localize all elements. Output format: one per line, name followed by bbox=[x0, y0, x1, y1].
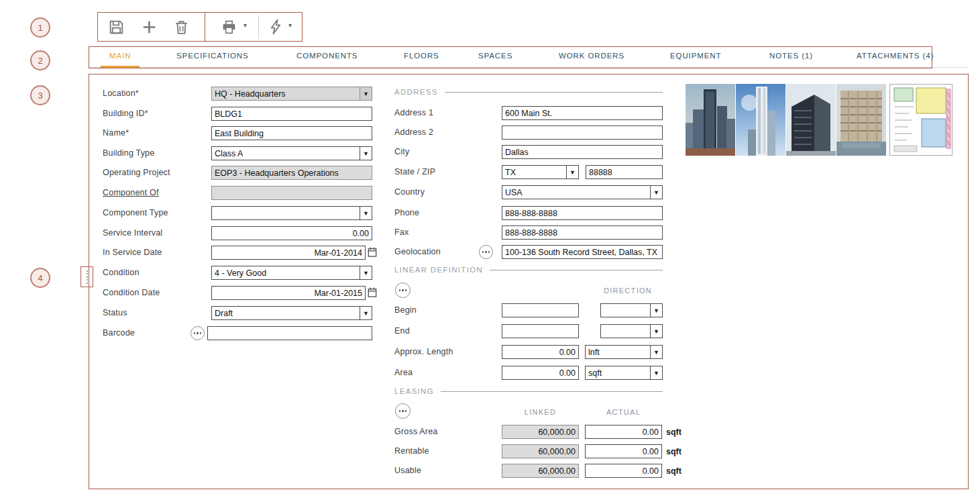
chevron-down-icon: ▼ bbox=[360, 307, 372, 319]
save-icon bbox=[108, 19, 125, 36]
gross-area-label: Gross Area bbox=[394, 427, 438, 436]
print-menu-button[interactable]: ▾ bbox=[243, 22, 247, 29]
component-of-label[interactable]: Component Of bbox=[103, 188, 159, 197]
fax-label: Fax bbox=[394, 228, 409, 237]
zip-input[interactable] bbox=[586, 165, 663, 179]
tab-floors[interactable]: FLOORS bbox=[404, 52, 439, 60]
address1-input[interactable] bbox=[502, 106, 663, 120]
tab-main[interactable]: MAIN bbox=[109, 52, 131, 60]
fax-input[interactable] bbox=[502, 225, 663, 240]
usable-actual-input[interactable] bbox=[585, 464, 662, 478]
barcode-label: Barcode bbox=[103, 328, 135, 338]
service-interval-input[interactable] bbox=[211, 226, 372, 240]
tab-components[interactable]: COMPONENTS bbox=[296, 52, 358, 60]
end-direction-value bbox=[601, 325, 650, 338]
tab-spaces[interactable]: SPACES bbox=[478, 52, 512, 60]
tab-equipment[interactable]: EQUIPMENT bbox=[670, 52, 721, 60]
phone-input[interactable] bbox=[502, 206, 663, 220]
geolocation-lookup-button[interactable] bbox=[479, 245, 493, 259]
state-zip-label: State / ZIP bbox=[394, 167, 435, 177]
name-input[interactable] bbox=[211, 126, 372, 140]
end-direction-select[interactable]: ▼ bbox=[600, 324, 663, 338]
gross-area-actual-input[interactable] bbox=[585, 425, 662, 439]
building-photo-3[interactable] bbox=[786, 84, 836, 158]
service-interval-label: Service Interval bbox=[103, 228, 162, 238]
building-photo-2[interactable] bbox=[736, 84, 785, 158]
building-photo-4[interactable] bbox=[836, 84, 886, 158]
address-section-header: ADDRESS bbox=[394, 88, 663, 96]
chevron-down-icon: ▼ bbox=[360, 207, 372, 219]
calendar-icon bbox=[368, 290, 377, 300]
building-id-label: Building ID* bbox=[103, 109, 148, 118]
chevron-down-icon: ▼ bbox=[650, 346, 662, 358]
begin-direction-value bbox=[601, 304, 650, 317]
begin-input[interactable] bbox=[502, 303, 579, 317]
begin-direction-select[interactable]: ▼ bbox=[600, 303, 663, 317]
usable-label: Usable bbox=[394, 466, 421, 475]
component-type-select[interactable]: ▼ bbox=[211, 206, 372, 220]
chevron-down-icon: ▼ bbox=[650, 304, 662, 317]
building-photo-1[interactable] bbox=[686, 84, 735, 158]
address2-input[interactable] bbox=[502, 125, 663, 140]
chevron-down-icon: ▼ bbox=[360, 87, 372, 100]
tab-notes[interactable]: NOTES (1) bbox=[769, 52, 813, 60]
building-type-value: Class A bbox=[212, 147, 360, 160]
tab-attachments[interactable]: ATTACHMENTS (4) bbox=[857, 52, 934, 60]
barcode-input[interactable] bbox=[207, 326, 372, 340]
linear-definition-actions-button[interactable] bbox=[395, 283, 411, 298]
area-label: Area bbox=[394, 368, 413, 377]
barcode-lookup-button[interactable] bbox=[190, 326, 205, 340]
approx-length-unit-value: lnft bbox=[586, 346, 650, 358]
tab-specifications[interactable]: SPECIFICATIONS bbox=[176, 52, 249, 60]
in-service-date-input[interactable] bbox=[211, 246, 366, 260]
approx-length-label: Approx. Length bbox=[394, 347, 453, 356]
country-select[interactable]: USA ▼ bbox=[502, 185, 663, 199]
operating-project-input bbox=[211, 166, 372, 180]
panel-splitter-handle[interactable] bbox=[83, 268, 91, 285]
quick-actions-button[interactable] bbox=[268, 18, 284, 36]
usable-unit: sqft bbox=[666, 466, 682, 476]
end-input[interactable] bbox=[502, 324, 579, 338]
usable-linked-input bbox=[502, 464, 579, 478]
component-type-label: Component Type bbox=[103, 208, 168, 217]
approx-length-unit-select[interactable]: lnft ▼ bbox=[585, 345, 663, 359]
component-type-value bbox=[212, 207, 360, 219]
in-service-date-picker-button[interactable] bbox=[368, 246, 377, 260]
delete-icon bbox=[173, 19, 190, 36]
name-label: Name* bbox=[103, 128, 129, 138]
phone-label: Phone bbox=[394, 208, 419, 217]
chevron-down-icon: ▼ bbox=[566, 166, 578, 179]
gross-area-unit: sqft bbox=[666, 427, 682, 437]
add-button[interactable] bbox=[141, 19, 158, 36]
building-type-label: Building Type bbox=[103, 148, 154, 158]
condition-date-picker-button[interactable] bbox=[368, 287, 377, 300]
tab-work-orders[interactable]: WORK ORDERS bbox=[559, 52, 624, 60]
status-select[interactable]: Draft ▼ bbox=[211, 306, 372, 320]
status-value: Draft bbox=[212, 307, 360, 319]
rentable-unit: sqft bbox=[666, 447, 682, 456]
state-select[interactable]: TX ▼ bbox=[502, 165, 579, 179]
rentable-actual-input[interactable] bbox=[585, 444, 662, 458]
city-input[interactable] bbox=[502, 145, 663, 159]
print-button[interactable] bbox=[220, 19, 238, 36]
leasing-actions-button[interactable] bbox=[395, 403, 411, 419]
condition-date-input[interactable] bbox=[211, 286, 366, 300]
area-unit-select[interactable]: sqft ▼ bbox=[585, 366, 663, 380]
country-label: Country bbox=[394, 187, 425, 197]
save-button[interactable] bbox=[108, 19, 125, 36]
area-input[interactable] bbox=[502, 366, 579, 380]
condition-select[interactable]: 4 - Very Good ▼ bbox=[211, 266, 372, 280]
geolocation-input[interactable] bbox=[502, 245, 663, 259]
quick-actions-menu-button[interactable]: ▾ bbox=[288, 22, 292, 29]
building-type-select[interactable]: Class A ▼ bbox=[211, 146, 372, 160]
chevron-down-icon: ▼ bbox=[650, 186, 662, 199]
callout-1: 1 bbox=[30, 17, 50, 38]
approx-length-input[interactable] bbox=[502, 345, 579, 359]
location-select[interactable]: HQ - Headquarters ▼ bbox=[211, 87, 372, 101]
delete-button[interactable] bbox=[173, 19, 190, 36]
linear-definition-section-title: LINEAR DEFINITION bbox=[394, 266, 483, 274]
address1-label: Address 1 bbox=[394, 108, 433, 117]
floor-plan-thumbnail[interactable] bbox=[889, 84, 952, 158]
building-id-input[interactable] bbox=[211, 107, 372, 121]
chevron-down-icon: ▼ bbox=[360, 147, 372, 160]
